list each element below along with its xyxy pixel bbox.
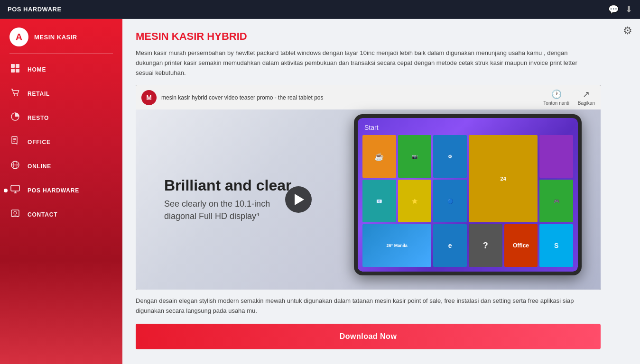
svg-rect-0 xyxy=(11,64,15,68)
share-action[interactable]: ↗ Bagikan xyxy=(578,89,595,106)
gear-icon[interactable]: ⚙ xyxy=(623,25,632,36)
video-heading: Brilliant and clear xyxy=(164,177,292,195)
video-title: mesin kasir hybrid cover video teaser pr… xyxy=(161,94,538,101)
sidebar-item-office-label: OFFICE xyxy=(28,139,51,146)
sidebar-item-resto-label: RESTO xyxy=(28,115,49,121)
tile-8: 🔵 xyxy=(433,180,467,222)
tile-weather: 26° Manila xyxy=(362,224,431,267)
tile-7: ⭐ xyxy=(398,180,432,222)
tablet-screen: Start ☕ 📷 ⚙ 24 📧 xyxy=(358,118,578,272)
tile-5 xyxy=(539,135,573,178)
grid-icon xyxy=(9,64,21,75)
svg-rect-1 xyxy=(16,64,19,68)
video-body: Brilliant and clear See clearly on the 1… xyxy=(136,109,601,290)
chat-icon[interactable]: 💬 xyxy=(608,4,619,15)
sidebar-item-pos-hardware[interactable]: POS HARDWARE xyxy=(0,178,122,202)
video-container: M mesin kasir hybrid cover video teaser … xyxy=(136,85,601,290)
content-description: Mesin kasir murah persembahan by hewltet… xyxy=(136,48,596,78)
svg-rect-9 xyxy=(13,139,16,140)
play-button[interactable] xyxy=(285,186,312,213)
tile-6: 📧 xyxy=(362,180,396,222)
download-icon[interactable]: ⬇ xyxy=(625,4,632,15)
svg-point-18 xyxy=(14,211,17,214)
sidebar-item-contact[interactable]: CONTACT xyxy=(0,202,122,227)
clock-icon: 🕐 xyxy=(551,89,562,100)
tile-1: ☕ xyxy=(362,135,396,178)
sidebar-logo-text: MESIN KASIR xyxy=(34,34,77,41)
bottom-description: Dengan desain elegan stylish modern sema… xyxy=(136,296,601,316)
pie-icon xyxy=(9,112,21,124)
cart-icon xyxy=(9,88,21,100)
sidebar-item-home[interactable]: HOME xyxy=(0,57,122,82)
sidebar-divider xyxy=(9,53,113,54)
sidebar-logo: A MESIN KASIR xyxy=(0,19,122,53)
settings-icon-container: ⚙ xyxy=(623,25,632,37)
main-layout: A MESIN KASIR HOME xyxy=(0,19,640,364)
video-left-text: Brilliant and clear See clearly on the 1… xyxy=(164,177,292,222)
globe-icon xyxy=(9,160,21,172)
active-dot xyxy=(4,189,8,192)
sidebar: A MESIN KASIR HOME xyxy=(0,19,122,364)
app-title: POS HARDWARE xyxy=(8,6,62,13)
content-inner: ⚙ MESIN KASIR HYBRID Mesin kasir murah p… xyxy=(122,19,625,361)
watch-later-action[interactable]: 🕐 Tonton nanti xyxy=(543,89,569,106)
svg-rect-8 xyxy=(13,138,16,139)
sidebar-item-pos-hardware-label: POS HARDWARE xyxy=(28,187,79,194)
doc-icon xyxy=(9,136,21,148)
svg-point-5 xyxy=(17,94,18,96)
tile-2: 📷 xyxy=(398,135,432,178)
tile-skype: S xyxy=(539,224,573,267)
content-area: ⚙ MESIN KASIR HYBRID Mesin kasir murah p… xyxy=(122,19,640,364)
play-triangle-icon xyxy=(295,194,304,205)
tablet-outer: Start ☕ 📷 ⚙ 24 📧 xyxy=(354,114,582,275)
video-header: M mesin kasir hybrid cover video teaser … xyxy=(136,85,601,109)
tile-question: ? xyxy=(469,224,502,267)
tile-9: 🎮 xyxy=(539,180,573,222)
watch-later-label: Tonton nanti xyxy=(543,100,569,106)
tile-4: 24 xyxy=(469,135,538,222)
tile-office: Office xyxy=(504,224,538,267)
svg-rect-2 xyxy=(11,69,15,73)
tile-3: ⚙ xyxy=(433,135,467,178)
sidebar-item-home-label: HOME xyxy=(28,66,46,73)
download-button[interactable]: Download Now xyxy=(136,324,601,349)
sidebar-item-retail-label: RETAIL xyxy=(28,91,50,97)
video-actions: 🕐 Tonton nanti ↗ Bagikan xyxy=(543,89,595,106)
page-title: MESIN KASIR HYBRID xyxy=(136,30,612,43)
sidebar-item-retail[interactable]: RETAIL xyxy=(0,82,122,106)
tablet-visual: Start ☕ 📷 ⚙ 24 📧 xyxy=(354,114,582,285)
tile-grid: ☕ 📷 ⚙ 24 📧 ⭐ 🔵 🎮 xyxy=(362,135,573,267)
topbar: POS HARDWARE 💬 ⬇ xyxy=(0,0,640,19)
svg-point-4 xyxy=(14,94,15,96)
topbar-icons: 💬 ⬇ xyxy=(608,4,632,15)
sidebar-item-resto[interactable]: RESTO xyxy=(0,106,122,130)
share-icon: ↗ xyxy=(583,89,590,100)
sidebar-logo-icon: A xyxy=(9,27,28,46)
svg-rect-3 xyxy=(16,69,19,73)
video-subtext: See clearly on the 10.1-inchdiagonal Ful… xyxy=(164,199,292,222)
start-label: Start xyxy=(364,124,379,131)
sidebar-item-online[interactable]: ONLINE xyxy=(0,154,122,178)
svg-rect-10 xyxy=(13,141,15,142)
tile-ie: e xyxy=(433,224,467,267)
sidebar-nav: HOME RETAIL xyxy=(0,57,122,364)
sidebar-item-online-label: ONLINE xyxy=(28,163,51,170)
monitor-icon xyxy=(9,184,21,196)
channel-avatar: M xyxy=(141,90,157,105)
svg-rect-14 xyxy=(11,185,19,191)
contact-icon xyxy=(9,209,21,220)
share-label: Bagikan xyxy=(578,100,595,106)
sidebar-item-contact-label: CONTACT xyxy=(28,211,57,218)
sidebar-item-office[interactable]: OFFICE xyxy=(0,130,122,154)
